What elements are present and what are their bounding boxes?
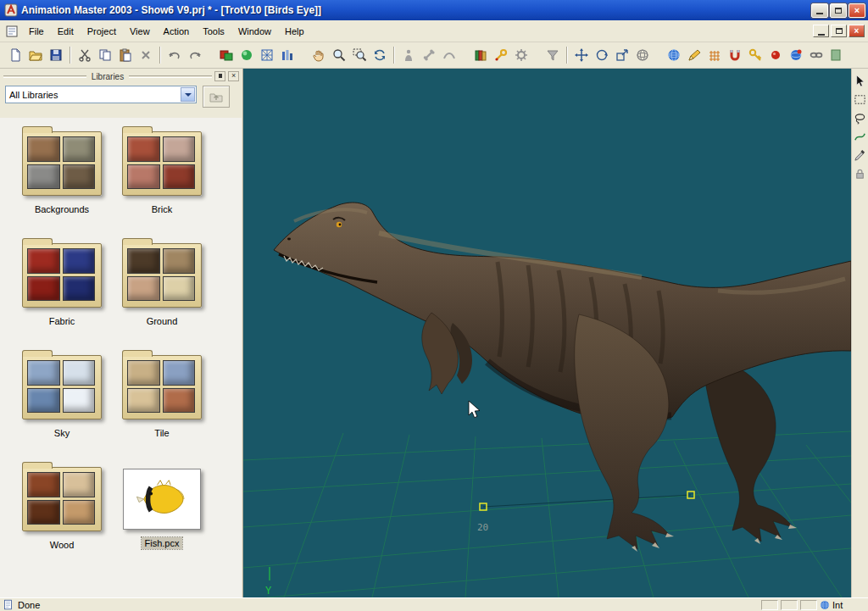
- library-item-wood[interactable]: Wood: [12, 462, 112, 574]
- delete-button[interactable]: [136, 45, 156, 65]
- select-arrow-button[interactable]: [853, 73, 868, 88]
- eyedropper-button[interactable]: [853, 147, 868, 163]
- clipped-icon: [830, 48, 843, 62]
- rotate-manip-button[interactable]: [592, 45, 612, 65]
- up-button[interactable]: [203, 86, 230, 108]
- link-button[interactable]: [806, 45, 826, 65]
- library-item-sky[interactable]: Sky: [12, 350, 112, 462]
- library-item-fish-pcx[interactable]: Fish.pcx: [112, 462, 212, 574]
- status-pane: [781, 600, 798, 610]
- model-button[interactable]: [398, 45, 419, 65]
- paste-button[interactable]: [115, 45, 136, 65]
- render-button[interactable]: [216, 45, 236, 65]
- panel-pin-button[interactable]: [214, 71, 225, 81]
- zone-text: Int: [832, 600, 843, 610]
- wrench-button[interactable]: [491, 45, 511, 65]
- texture-thumbnail: [127, 136, 160, 162]
- trex-model[interactable]: [274, 203, 851, 552]
- copy-button[interactable]: [95, 45, 115, 65]
- pan-button[interactable]: [309, 45, 329, 65]
- library-item-label: Tile: [151, 427, 172, 439]
- zoom-region-icon: [353, 48, 366, 62]
- dropdown-arrow-icon[interactable]: [181, 87, 195, 102]
- viewport-canvas[interactable]: 20 Y: [243, 69, 851, 597]
- zoom-region-button[interactable]: [349, 45, 370, 65]
- undo-button[interactable]: [164, 45, 185, 65]
- scale-manip-button[interactable]: [612, 45, 632, 65]
- red-dot-button[interactable]: [765, 45, 786, 65]
- minimize-button[interactable]: [811, 3, 828, 18]
- new-button[interactable]: [5, 45, 25, 65]
- pencil-icon: [687, 48, 701, 62]
- globe-button[interactable]: [664, 45, 684, 65]
- texture-thumbnail: [27, 276, 60, 302]
- bars-button[interactable]: [277, 45, 298, 65]
- header-groove: [129, 75, 212, 78]
- lock-button[interactable]: [853, 166, 868, 181]
- grid-snap-button[interactable]: [704, 45, 725, 65]
- pencil-button[interactable]: [684, 45, 704, 65]
- menu-edit[interactable]: Edit: [51, 23, 81, 40]
- skeleton-icon: [422, 48, 436, 62]
- funnel-button[interactable]: [542, 45, 563, 65]
- viewport[interactable]: 20 Y: [243, 69, 851, 597]
- library-item-brick[interactable]: Brick: [112, 126, 212, 238]
- library-item-ground[interactable]: Ground: [112, 238, 212, 350]
- menu-tools[interactable]: Tools: [196, 23, 231, 40]
- menu-file[interactable]: File: [22, 23, 51, 40]
- open-button[interactable]: [25, 45, 46, 65]
- library-filter-row: All Libraries: [0, 81, 242, 109]
- muscle-button[interactable]: [439, 45, 459, 65]
- texture-thumbnail: [127, 248, 160, 274]
- texture-thumbnail: [63, 164, 96, 190]
- svg-text:Y: Y: [265, 585, 272, 597]
- redo-button[interactable]: [185, 45, 205, 65]
- globe-grid-icon: [636, 48, 649, 62]
- marquee-select-button[interactable]: [853, 92, 868, 107]
- lasso-select-button[interactable]: [853, 110, 868, 125]
- close-button[interactable]: ×: [849, 3, 865, 18]
- menu-action[interactable]: Action: [157, 23, 197, 40]
- magnet-button[interactable]: [725, 45, 745, 65]
- panel-close-button[interactable]: ×: [228, 71, 239, 81]
- texture-thumbnail: [63, 500, 96, 525]
- cut-button[interactable]: [75, 45, 95, 65]
- texture-thumbnail: [163, 388, 196, 414]
- library-item-tile[interactable]: Tile: [112, 350, 212, 462]
- menu-project[interactable]: Project: [81, 23, 123, 40]
- globe-grid-button[interactable]: [632, 45, 653, 65]
- restore-button[interactable]: [830, 3, 847, 18]
- status-pane: [800, 600, 817, 610]
- library-dropdown[interactable]: All Libraries: [5, 86, 197, 103]
- mdi-minimize-button[interactable]: [813, 25, 829, 37]
- books-button[interactable]: [470, 45, 491, 65]
- minimize-icon: [816, 13, 823, 14]
- clipped-button[interactable]: [826, 45, 847, 65]
- zoom-button[interactable]: [329, 45, 349, 65]
- shaded-button[interactable]: [236, 45, 257, 65]
- grid-snap-icon: [708, 48, 721, 62]
- wrench-icon: [494, 48, 508, 62]
- libraries-panel: Libraries × All Libraries BackgroundsBri…: [0, 69, 243, 597]
- save-button[interactable]: [46, 45, 66, 65]
- key-button[interactable]: [745, 45, 765, 65]
- menu-view[interactable]: View: [123, 23, 157, 40]
- curve-select-button[interactable]: [853, 129, 868, 144]
- turn-button[interactable]: [370, 45, 390, 65]
- red-dot-icon: [769, 48, 782, 62]
- mdi-close-button[interactable]: ×: [849, 25, 865, 37]
- folder-up-icon: [209, 90, 223, 103]
- globe-red-button[interactable]: [786, 45, 806, 65]
- library-item-backgrounds[interactable]: Backgrounds: [12, 126, 112, 238]
- texture-thumbnail: [127, 164, 160, 190]
- move-manip-button[interactable]: [571, 45, 592, 65]
- menu-help[interactable]: Help: [278, 23, 311, 40]
- gear-button[interactable]: [511, 45, 531, 65]
- menu-window[interactable]: Window: [231, 23, 278, 40]
- library-item-fabric[interactable]: Fabric: [12, 238, 112, 350]
- panel-header: Libraries ×: [0, 69, 242, 81]
- skeleton-button[interactable]: [419, 45, 439, 65]
- mdi-restore-button[interactable]: [831, 25, 847, 37]
- wireframe-button[interactable]: [257, 45, 277, 65]
- eyedropper-icon: [854, 149, 866, 162]
